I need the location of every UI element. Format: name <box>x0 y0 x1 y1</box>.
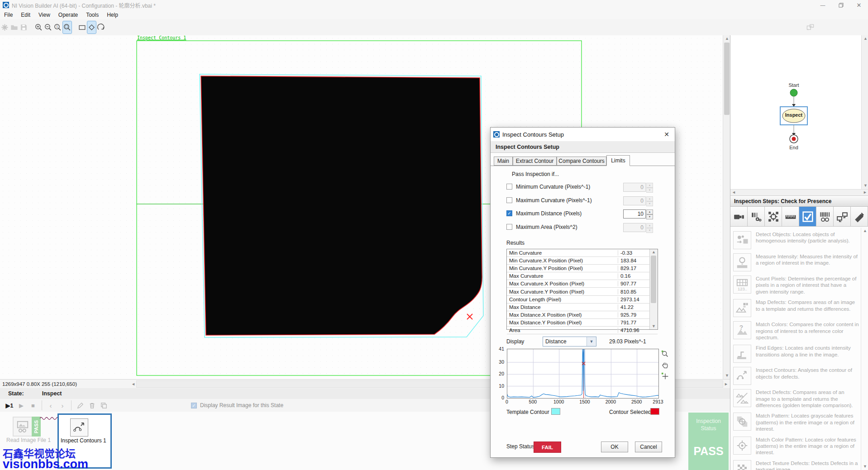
step-item-detect-texture-defects[interactable]: Detect Texture Defects: Detects Defects … <box>733 460 861 470</box>
open-icon[interactable] <box>10 21 19 33</box>
run-icon[interactable]: ▶ <box>15 400 27 411</box>
spin-down-icon[interactable]: ▼ <box>646 188 653 193</box>
hscroll-right-icon[interactable]: ► <box>724 382 728 386</box>
dialog-close-icon[interactable]: ✕ <box>664 131 669 138</box>
spin-down-icon[interactable]: ▼ <box>646 214 653 219</box>
step-item-map-defects[interactable]: Map Defects: Compares areas of an image … <box>733 299 861 317</box>
palette-communicate[interactable] <box>834 207 851 227</box>
next-step-icon[interactable]: › <box>57 400 68 411</box>
step-item-detect-objects[interactable]: Detect Objects: Locates objects of homog… <box>733 231 861 249</box>
dialog-title-bar[interactable]: Inspect Contours Setup ✕ <box>491 128 675 142</box>
tab-main[interactable]: Main <box>494 157 513 166</box>
result-row[interactable]: Contour Length (Pixel)2973.14 <box>507 296 658 304</box>
palette-check-for-presence[interactable] <box>799 207 816 227</box>
limit-value-spinner[interactable]: 0▲▼ <box>623 223 653 232</box>
template-contour-swatch[interactable] <box>551 408 560 415</box>
palette-acquire-images[interactable] <box>730 207 748 227</box>
palette-additional-tools[interactable] <box>851 207 868 227</box>
result-row[interactable]: Min Curvature.Y Position (Pixel)829.17 <box>507 265 658 272</box>
roi-rotated-rectangle-tool-icon[interactable] <box>87 21 96 33</box>
state-diagram[interactable]: Start Inspect End <box>730 35 861 189</box>
viewport-vscrollbar[interactable]: ▲ ▼ <box>723 35 730 379</box>
palette-enhance-images[interactable] <box>748 207 765 227</box>
new-script-icon[interactable] <box>0 21 9 33</box>
limit-checkbox[interactable]: ✓ <box>506 210 512 216</box>
stop-icon[interactable]: ■ <box>27 400 39 411</box>
zoom-1to1-icon[interactable]: 1 <box>53 21 62 33</box>
spin-up-icon[interactable]: ▲ <box>646 209 653 214</box>
contour-selected-swatch[interactable] <box>650 408 659 415</box>
step-read-image-thumbnail[interactable] <box>13 417 33 437</box>
copy-step-icon[interactable] <box>98 400 110 411</box>
menu-edit[interactable]: Edit <box>17 11 34 19</box>
result-row[interactable]: Max Curvature.X Position (Pixel)907.77 <box>507 280 658 288</box>
graph-cursor-icon[interactable] <box>661 372 669 380</box>
distance-profile-chart[interactable] <box>507 349 659 399</box>
spin-down-icon[interactable]: ▼ <box>646 228 653 233</box>
edit-step-icon[interactable] <box>74 400 86 411</box>
result-row[interactable]: Max Distance.X Position (Pixel)925.79 <box>507 311 658 319</box>
graph-zoom-icon[interactable] <box>661 350 669 358</box>
zoom-to-fit-icon[interactable] <box>63 21 72 33</box>
image-transfer-icon[interactable] <box>806 21 815 33</box>
palette-locate-features[interactable] <box>765 207 782 227</box>
menu-operate[interactable]: Operate <box>54 11 82 19</box>
run-once-icon[interactable]: ▶1 <box>4 400 15 411</box>
tab-compare-contours[interactable]: Compare Contours <box>557 157 606 166</box>
result-row[interactable]: Min Curvature-0.33 <box>507 249 658 257</box>
hscroll-left-icon[interactable]: ◄ <box>131 382 135 386</box>
limit-value-spinner[interactable]: 0▲▼ <box>623 196 653 205</box>
spin-down-icon[interactable]: ▼ <box>646 201 653 206</box>
display-result-checkbox[interactable]: ✓ <box>191 403 197 408</box>
prev-step-icon[interactable]: ‹ <box>45 400 57 411</box>
menu-file[interactable]: File <box>0 11 17 19</box>
result-row[interactable]: Min Curvature.X Position (Pixel)183.84 <box>507 257 658 265</box>
step-item-match-pattern[interactable]: Match Pattern: Locates grayscale feature… <box>733 413 861 432</box>
menu-view[interactable]: View <box>34 11 54 19</box>
step-item-find-edges[interactable]: Find Edges: Locates and counts intensity… <box>733 345 861 363</box>
flow-start-node[interactable] <box>790 89 797 96</box>
zoom-out-icon[interactable] <box>44 21 52 33</box>
step-item-match-colors[interactable]: ?Match Colors: Compares the color conten… <box>733 321 861 341</box>
zoom-in-icon[interactable] <box>34 21 43 33</box>
minimize-button[interactable]: — <box>814 0 832 10</box>
save-icon[interactable] <box>19 21 28 33</box>
result-row[interactable]: Max Curvature.Y Position (Pixel)810.85 <box>507 288 658 295</box>
close-button[interactable]: ✕ <box>850 0 868 10</box>
diagram-hscrollbar[interactable]: ◄► <box>730 189 868 196</box>
cancel-button[interactable]: Cancel <box>635 442 662 452</box>
tab-extract-contour[interactable]: Extract Contour <box>513 157 557 166</box>
roi-annulus-tool-icon[interactable] <box>97 21 105 33</box>
menu-tools[interactable]: Tools <box>82 11 103 19</box>
display-combo[interactable]: Distance ▼ <box>543 337 596 347</box>
palette-measure-features[interactable] <box>782 207 799 227</box>
step-item-match-color-pattern[interactable]: Match Color Pattern: Locates color featu… <box>733 437 861 456</box>
limit-checkbox[interactable] <box>506 184 512 190</box>
graph-pan-icon[interactable] <box>661 361 669 369</box>
step-item-count-pixels[interactable]: 123..Count Pixels: Determines the percen… <box>733 275 861 295</box>
restore-button[interactable] <box>832 0 850 10</box>
step-item-detect-defects[interactable]: Detect Defects: Compares areas of an ima… <box>733 389 861 408</box>
spin-up-icon[interactable]: ▲ <box>646 196 653 201</box>
spin-up-icon[interactable]: ▲ <box>646 223 653 228</box>
delete-step-icon[interactable] <box>86 400 98 411</box>
tab-limits[interactable]: Limits <box>606 155 630 166</box>
menu-help[interactable]: Help <box>103 11 122 19</box>
limit-checkbox[interactable] <box>506 197 512 203</box>
ok-button[interactable]: OK <box>601 442 628 452</box>
steps-list-scrollbar[interactable]: ▲ ▼ <box>861 228 868 470</box>
results-scrollbar[interactable]: ▲ ▼ <box>649 249 658 329</box>
result-row[interactable]: Max Distance41.22 <box>507 304 658 311</box>
limit-value-spinner[interactable]: 10▲▼ <box>623 209 653 218</box>
limit-checkbox[interactable] <box>506 224 512 230</box>
limit-value-spinner[interactable]: 0▲▼ <box>623 183 653 192</box>
result-row[interactable]: Max Distance.Y Position (Pixel)791.77 <box>507 319 658 327</box>
palette-identify-parts[interactable] <box>816 207 834 227</box>
result-row[interactable]: Max Curvature0.16 <box>507 272 658 280</box>
step-item-measure-intensity[interactable]: Measure Intensity: Measures the intensit… <box>733 253 861 271</box>
step-item-inspect-contours[interactable]: Inspect Contours: Analyses the contour o… <box>733 367 861 385</box>
result-row[interactable]: Area4710.96 <box>507 327 658 334</box>
diagram-vscrollbar[interactable]: ▲ ▼ <box>861 35 868 189</box>
spin-up-icon[interactable]: ▲ <box>646 183 653 188</box>
roi-rectangle-tool-icon[interactable] <box>78 21 86 33</box>
